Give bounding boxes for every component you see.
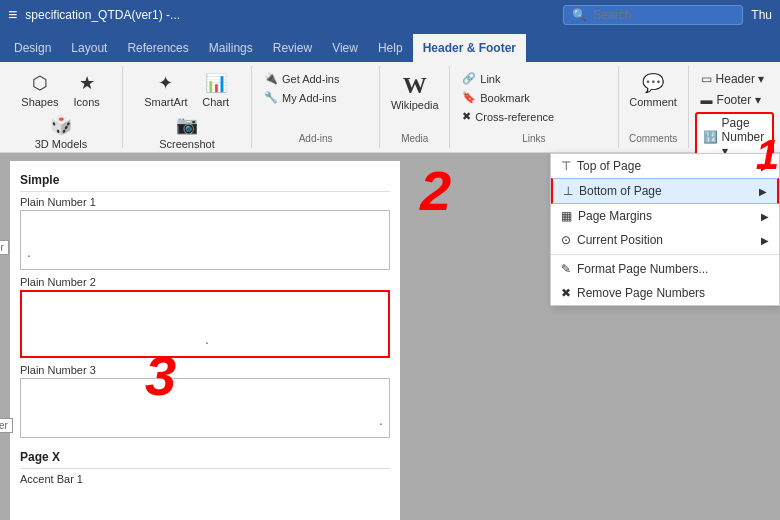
cross-reference-icon: ✖ (462, 110, 471, 123)
step-3: 3 (145, 348, 176, 404)
search-icon: 🔍 (572, 8, 587, 22)
footer-button[interactable]: ▬ Footer ▾ (695, 91, 774, 109)
tab-header-footer[interactable]: Header & Footer (413, 34, 526, 62)
bottom-of-page-arrow: ▶ (759, 186, 767, 197)
page-margins-icon: ▦ (561, 209, 572, 223)
bookmark-button[interactable]: 🔖 Bookmark (458, 89, 609, 106)
addins-label: Add-ins (299, 129, 333, 144)
plain-number-2-preview: · (20, 290, 390, 358)
ribbon-group-illustrations: ⬡ Shapes ★ Icons 🎲 3D Models Illustratio… (0, 66, 123, 148)
plain-number-3-preview: · (20, 378, 390, 438)
plain-number-1-label: Plain Number 1 (20, 196, 390, 208)
chart-button[interactable]: 📊 Chart (196, 70, 236, 110)
icons-icon: ★ (79, 72, 95, 94)
screenshot-icon: 📷 (176, 114, 198, 136)
header-label: Header (0, 418, 13, 433)
ribbon: Design Layout References Mailings Review… (0, 30, 780, 153)
screenshot-button[interactable]: 📷 Screenshot (153, 112, 221, 152)
icons-button[interactable]: ★ Icons (67, 70, 107, 110)
illustrations-buttons: ⬡ Shapes ★ Icons 🎲 3D Models (8, 70, 114, 152)
tab-help[interactable]: Help (368, 34, 413, 62)
footer-icon: ▬ (701, 93, 713, 107)
shapes-icon: ⬡ (32, 72, 48, 94)
tab-references[interactable]: References (117, 34, 198, 62)
plain-number-2-label: Plain Number 2 (20, 276, 390, 288)
link-button[interactable]: 🔗 Link (458, 70, 609, 87)
menu-divider (551, 254, 779, 255)
plain-number-3-container: Header · (20, 378, 390, 438)
main-content: 2 3 Simple Plain Number 1 Footer · Plain… (0, 153, 780, 520)
addins-icon: 🔌 (264, 72, 278, 85)
links-label: Links (522, 129, 545, 144)
format-icon: ✎ (561, 262, 571, 276)
plain-number-1-preview: · (20, 210, 390, 270)
tab-mailings[interactable]: Mailings (199, 34, 263, 62)
wikipedia-icon: W (403, 72, 427, 99)
ribbon-group-smartart: ✦ SmartArt 📊 Chart 📷 Screenshot (123, 66, 252, 148)
my-addins-icon: 🔧 (264, 91, 278, 104)
ribbon-content: ⬡ Shapes ★ Icons 🎲 3D Models Illustratio… (0, 62, 780, 152)
tab-layout[interactable]: Layout (61, 34, 117, 62)
ribbon-tab-bar: Design Layout References Mailings Review… (0, 30, 780, 62)
current-position-option[interactable]: ⊙ Current Position ▶ (551, 228, 779, 252)
plain-number-1-container: Footer · (20, 210, 390, 270)
cross-reference-button[interactable]: ✖ Cross-reference (458, 108, 609, 125)
comments-label: Comments (629, 129, 677, 144)
dot-3: · (379, 415, 383, 431)
3d-models-icon: 🎲 (50, 114, 72, 136)
chart-icon: 📊 (205, 72, 227, 94)
get-addins-button[interactable]: 🔌 Get Add-ins (260, 70, 371, 87)
page-margins-arrow: ▶ (761, 211, 769, 222)
tab-view[interactable]: View (322, 34, 368, 62)
document-preview: Simple Plain Number 1 Footer · Plain Num… (10, 161, 400, 520)
page-number-dropdown: 1 ⊤ Top of Page ▶ ⊥ Bottom of Page ▶ ▦ P… (550, 153, 780, 306)
page-number-icon: 🔢 (703, 130, 718, 144)
section-page-x: Page X (20, 446, 390, 469)
tab-review[interactable]: Review (263, 34, 322, 62)
bottom-of-page-option[interactable]: ⊥ Bottom of Page ▶ (551, 178, 779, 204)
filename: specification_QTDA(ver1) -... (25, 8, 555, 22)
smartart-button[interactable]: ✦ SmartArt (138, 70, 193, 110)
addins-buttons: 🔌 Get Add-ins 🔧 My Add-ins (260, 70, 371, 106)
links-buttons: 🔗 Link 🔖 Bookmark ✖ Cross-reference (458, 70, 609, 125)
remove-icon: ✖ (561, 286, 571, 300)
step-2: 2 (420, 163, 451, 219)
comment-icon: 💬 (642, 72, 664, 94)
ribbon-group-addins: 🔌 Get Add-ins 🔧 My Add-ins Add-ins (252, 66, 380, 148)
footer-label: Footer (0, 240, 9, 255)
top-of-page-option[interactable]: ⊤ Top of Page ▶ (551, 154, 779, 178)
search-bar[interactable]: 🔍 (563, 5, 743, 25)
smartart-icon: ✦ (158, 72, 173, 94)
tab-design[interactable]: Design (4, 34, 61, 62)
bottom-of-page-icon: ⊥ (563, 184, 573, 198)
wikipedia-button[interactable]: W Wikipedia (385, 70, 445, 113)
link-icon: 🔗 (462, 72, 476, 85)
section-simple: Simple (20, 169, 390, 192)
top-of-page-icon: ⊤ (561, 159, 571, 173)
ribbon-group-wikipedia: W Wikipedia Media (380, 66, 450, 148)
remove-page-numbers-option[interactable]: ✖ Remove Page Numbers (551, 281, 779, 305)
title-bar: ≡ specification_QTDA(ver1) -... 🔍 Thu (0, 0, 780, 30)
current-position-arrow: ▶ (761, 235, 769, 246)
smartart-buttons: ✦ SmartArt 📊 Chart 📷 Screenshot (131, 70, 243, 152)
ribbon-group-comments: 💬 Comment Comments (619, 66, 689, 148)
plain-number-2-container: · (20, 290, 390, 358)
shapes-button[interactable]: ⬡ Shapes (15, 70, 64, 110)
dot-1: · (27, 247, 31, 263)
my-addins-button[interactable]: 🔧 My Add-ins (260, 89, 371, 106)
comment-button[interactable]: 💬 Comment (623, 70, 683, 110)
3d-models-button[interactable]: 🎲 3D Models (29, 112, 94, 152)
step-1: 1 (756, 134, 779, 176)
format-page-numbers-option[interactable]: ✎ Format Page Numbers... (551, 257, 779, 281)
bookmark-icon: 🔖 (462, 91, 476, 104)
header-icon: ▭ (701, 72, 712, 86)
dot-2: · (205, 334, 209, 350)
media-label: Media (401, 129, 428, 144)
current-position-icon: ⊙ (561, 233, 571, 247)
header-button[interactable]: ▭ Header ▾ (695, 70, 774, 88)
search-input[interactable] (593, 8, 723, 22)
day-indicator: Thu (751, 8, 772, 22)
accent-bar-1-label: Accent Bar 1 (20, 473, 390, 485)
ribbon-group-links: 🔗 Link 🔖 Bookmark ✖ Cross-reference Link… (450, 66, 618, 148)
page-margins-option[interactable]: ▦ Page Margins ▶ (551, 204, 779, 228)
